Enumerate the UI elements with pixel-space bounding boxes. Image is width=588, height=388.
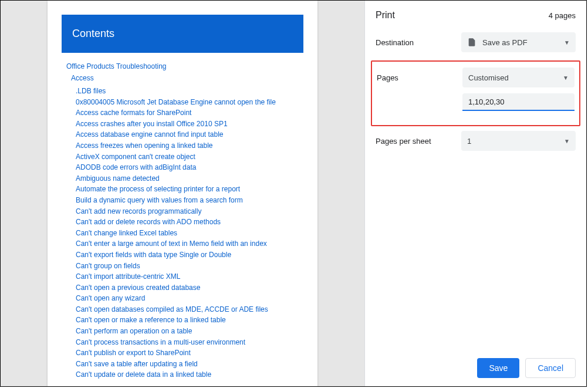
dialog-footer: Save Cancel xyxy=(477,358,576,378)
pages-highlight-block: Pages Customised ▼ xyxy=(371,60,580,126)
toc-item-link[interactable]: Can't add new records programmatically xyxy=(76,206,303,217)
toc-item-link[interactable]: Can't enter a large amount of text in Me… xyxy=(76,238,303,249)
contents-banner: Contents xyxy=(62,15,303,53)
toc-item-link[interactable]: Access cache formats for SharePoint xyxy=(76,107,303,119)
toc-item-link[interactable]: Can't save a table after updating a fiel… xyxy=(76,359,303,370)
chevron-down-icon: ▼ xyxy=(563,75,569,81)
cancel-button[interactable]: Cancel xyxy=(525,358,576,378)
toc-item-link[interactable]: 0x80004005 Microsoft Jet Database Engine… xyxy=(76,97,303,108)
panel-header: Print 4 pages xyxy=(376,10,576,21)
toc-item-link[interactable]: Can't process transactions in a multi-us… xyxy=(76,337,303,348)
toc-item-link[interactable]: Can't open any wizard xyxy=(76,293,303,304)
preview-scroll[interactable]: Contents Office Products Troubleshooting… xyxy=(1,1,364,386)
pps-select[interactable]: 1 ▼ xyxy=(461,131,576,151)
toc-item-link[interactable]: Can't change linked Excel tables xyxy=(76,228,303,239)
chevron-down-icon: ▼ xyxy=(564,138,570,144)
destination-row: Destination Save as PDF ▼ xyxy=(376,32,576,52)
toc-item-link[interactable]: Can't import attribute-centric XML xyxy=(76,271,303,282)
pages-mode-select[interactable]: Customised ▼ xyxy=(462,68,575,87)
pps-label: Pages per sheet xyxy=(376,137,461,146)
destination-value: Save as PDF xyxy=(482,38,528,47)
chevron-down-icon: ▼ xyxy=(564,39,570,46)
toc-item-link[interactable]: Can't group on fields xyxy=(76,261,303,272)
pages-label: Pages xyxy=(377,73,462,82)
save-button[interactable]: Save xyxy=(477,358,519,378)
toc-root: Office Products Troubleshooting Access .… xyxy=(62,62,303,380)
print-preview-area: Contents Office Products Troubleshooting… xyxy=(1,1,364,386)
destination-select[interactable]: Save as PDF ▼ xyxy=(461,32,576,52)
pages-range-input[interactable] xyxy=(462,93,575,111)
toc-item-link[interactable]: Can't publish or export to SharePoint xyxy=(76,347,303,359)
toc-level2-link[interactable]: Access xyxy=(71,74,303,82)
preview-page: Contents Office Products Troubleshooting… xyxy=(48,1,317,386)
toc-item-link[interactable]: ActiveX component can't create object xyxy=(76,151,303,163)
toc-level1-link[interactable]: Office Products Troubleshooting xyxy=(66,62,303,70)
pdf-icon xyxy=(467,38,477,47)
toc-item-link[interactable]: Can't open a previous created database xyxy=(76,282,303,293)
destination-label: Destination xyxy=(376,38,461,47)
toc-item-link[interactable]: Can't open or make a reference to a link… xyxy=(76,315,303,326)
pages-row: Pages Customised ▼ xyxy=(377,68,575,87)
print-settings-panel: Print 4 pages Destination Save as PDF ▼ … xyxy=(364,1,586,386)
toc-item-link[interactable]: Access freezes when opening a linked tab… xyxy=(76,140,303,151)
toc-item-link[interactable]: Build a dynamic query with values from a… xyxy=(76,195,303,206)
toc-item-link[interactable]: Can't add or delete records with ADO met… xyxy=(76,217,303,228)
pps-value: 1 xyxy=(467,137,471,146)
toc-item-link[interactable]: ADODB code errors with adBigInt data xyxy=(76,162,303,173)
toc-item-link[interactable]: .LDB files xyxy=(76,86,303,97)
toc-item-link[interactable]: Ambiguous name detected xyxy=(76,173,303,184)
toc-item-link[interactable]: Can't update or delete data in a linked … xyxy=(76,369,303,380)
toc-item-link[interactable]: Can't export fields with data type Singl… xyxy=(76,249,303,261)
toc-item-link[interactable]: Access crashes after you install Office … xyxy=(76,119,303,130)
print-dialog-frame: Contents Office Products Troubleshooting… xyxy=(0,0,587,387)
pps-row: Pages per sheet 1 ▼ xyxy=(376,131,576,151)
toc-item-link[interactable]: Can't open databases compiled as MDE, AC… xyxy=(76,304,303,315)
toc-item-link[interactable]: Automate the process of selecting printe… xyxy=(76,184,303,195)
panel-title: Print xyxy=(376,10,395,21)
toc-item-link[interactable]: Access database engine cannot find input… xyxy=(76,129,303,140)
pages-mode-value: Customised xyxy=(468,73,509,82)
toc-item-link[interactable]: Can't perform an operation on a table xyxy=(76,326,303,337)
pages-input-row xyxy=(377,92,575,112)
page-count: 4 pages xyxy=(549,11,576,20)
